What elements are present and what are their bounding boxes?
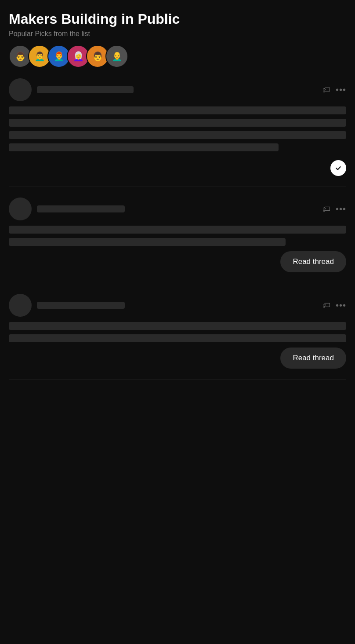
feed-item-3-header-right: 🏷 ••• xyxy=(322,300,346,311)
tag-icon-1[interactable]: 🏷 xyxy=(322,85,330,95)
feed-item-1-content xyxy=(9,106,346,151)
feed-item-1-header: 🏷 ••• xyxy=(9,78,346,101)
skeleton-line xyxy=(9,143,279,151)
feed-avatar-2 xyxy=(9,198,32,220)
tag-icon-2[interactable]: 🏷 xyxy=(322,205,330,214)
feed-item-2-header: 🏷 ••• xyxy=(9,198,346,220)
skeleton-line xyxy=(9,226,346,234)
skeleton-line xyxy=(9,334,346,342)
feed-item-3-header-left xyxy=(9,294,125,317)
skeleton-line xyxy=(9,131,346,139)
feed-item-2: 🏷 ••• Read thread xyxy=(9,198,346,283)
feed-name-bar-2 xyxy=(37,205,125,212)
read-thread-button-1[interactable]: Read thread xyxy=(280,251,346,272)
feed-item-3-content xyxy=(9,322,346,342)
skeleton-line xyxy=(9,119,346,127)
read-thread-button-2[interactable]: Read thread xyxy=(280,348,346,369)
feed-item-3: 🏷 ••• Read thread xyxy=(9,294,346,380)
feed-item-3-header: 🏷 ••• xyxy=(9,294,346,317)
tag-icon-3[interactable]: 🏷 xyxy=(322,301,330,310)
feed-name-bar-1 xyxy=(37,86,134,93)
feed-avatar-3 xyxy=(9,294,32,317)
feed-item-2-header-right: 🏷 ••• xyxy=(322,204,346,214)
feed-avatar-1 xyxy=(9,78,32,101)
page-subtitle: Popular Picks from the list xyxy=(9,30,346,38)
skeleton-line xyxy=(9,238,286,246)
feed-item-2-content xyxy=(9,226,346,246)
avatars-row: 👨 👨‍🦱 👨‍🦰 👩‍🦳 👨 👨‍🦲 xyxy=(9,45,346,68)
feed-item-1: 🏷 ••• xyxy=(9,78,346,187)
more-icon-3[interactable]: ••• xyxy=(336,300,346,311)
avatar-6[interactable]: 👨‍🦲 xyxy=(105,45,128,68)
more-icon-1[interactable]: ••• xyxy=(336,85,346,95)
more-icon-2[interactable]: ••• xyxy=(336,204,346,214)
feed-item-1-header-right: 🏷 ••• xyxy=(322,85,346,95)
check-badge-1 xyxy=(330,160,346,176)
feed-item-2-header-left xyxy=(9,198,125,220)
skeleton-line xyxy=(9,322,346,330)
feed-item-1-header-left xyxy=(9,78,134,101)
svg-point-0 xyxy=(333,163,343,173)
feed-name-bar-3 xyxy=(37,302,125,309)
skeleton-line xyxy=(9,106,346,114)
page-title: Makers Building in Public xyxy=(9,11,346,27)
